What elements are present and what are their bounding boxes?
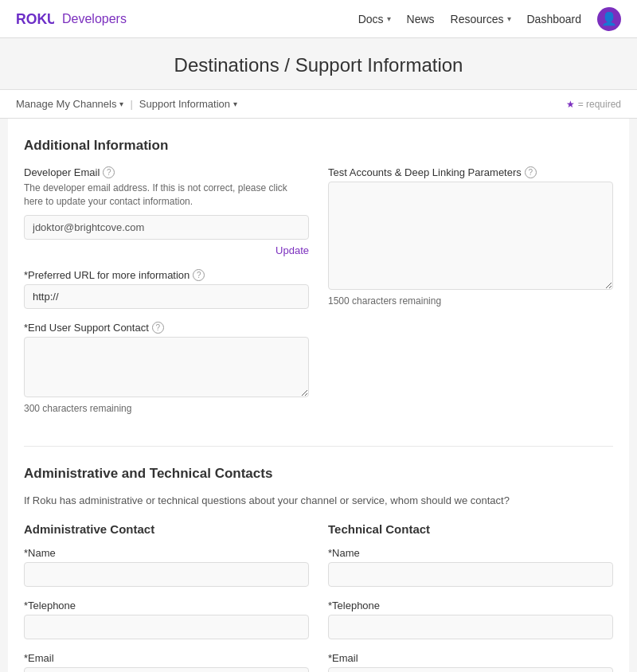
developer-email-label: Developer Email ? <box>24 166 309 178</box>
tech-email-group: *Email <box>328 652 613 672</box>
developer-email-help-icon[interactable]: ? <box>103 166 115 178</box>
test-accounts-help-icon[interactable]: ? <box>525 166 537 178</box>
contacts-section: Administrative and Technical Contacts If… <box>24 466 613 672</box>
contacts-section-title: Administrative and Technical Contacts <box>24 466 613 482</box>
tech-email-label: *Email <box>328 652 613 664</box>
admin-name-group: *Name <box>24 547 309 587</box>
chevron-down-icon: ▾ <box>387 14 391 23</box>
end-user-support-group: *End User Support Contact ? 300 characte… <box>24 322 309 414</box>
nav-links: Docs ▾ News Resources ▾ Dashboard 👤 <box>358 7 621 31</box>
preferred-url-input[interactable] <box>24 284 309 309</box>
chevron-down-icon: ▾ <box>507 14 511 23</box>
admin-telephone-label: *Telephone <box>24 600 309 611</box>
page-header: Destinations / Support Information <box>0 38 637 90</box>
update-link[interactable]: Update <box>24 244 309 256</box>
tech-name-group: *Name <box>328 547 613 587</box>
preferred-url-help-icon[interactable]: ? <box>193 269 205 281</box>
test-accounts-group: Test Accounts & Deep Linking Parameters … <box>328 166 613 307</box>
nav-dashboard[interactable]: Dashboard <box>527 13 582 25</box>
breadcrumb-support-info[interactable]: Support Information ▾ <box>139 98 237 110</box>
breadcrumb-bar: Manage My Channels ▾ | Support Informati… <box>0 90 637 119</box>
user-avatar-icon[interactable]: 👤 <box>597 7 621 31</box>
chevron-down-icon: ▾ <box>119 100 123 108</box>
additional-info-title: Additional Information <box>24 138 613 154</box>
nav-resources[interactable]: Resources ▾ <box>451 13 511 25</box>
contacts-description: If Roku has administrative or technical … <box>24 494 613 506</box>
tech-telephone-input[interactable] <box>328 615 613 639</box>
admin-contact-col: Administrative Contact *Name *Telephone … <box>24 522 309 672</box>
end-user-support-char-count: 300 characters remaining <box>24 403 309 414</box>
contacts-grid: Administrative Contact *Name *Telephone … <box>24 522 613 672</box>
tech-email-input[interactable] <box>328 667 613 672</box>
technical-contact-col: Technical Contact *Name *Telephone *Emai… <box>328 522 613 672</box>
right-col: Test Accounts & Deep Linking Parameters … <box>328 166 613 427</box>
additional-info-grid: Developer Email ? The developer email ad… <box>24 166 613 427</box>
tech-telephone-group: *Telephone <box>328 600 613 639</box>
tech-name-label: *Name <box>328 547 613 559</box>
main-content: Additional Information Developer Email ?… <box>8 119 629 672</box>
tech-name-input[interactable] <box>328 562 613 587</box>
roku-logo: ROKU <box>16 11 54 27</box>
admin-telephone-group: *Telephone <box>24 600 309 639</box>
breadcrumb: Manage My Channels ▾ | Support Informati… <box>16 98 237 110</box>
left-col: Developer Email ? The developer email ad… <box>24 166 309 427</box>
admin-email-group: *Email <box>24 652 309 672</box>
tech-telephone-label: *Telephone <box>328 600 613 611</box>
admin-contact-title: Administrative Contact <box>24 522 309 536</box>
test-accounts-char-count: 1500 characters remaining <box>328 295 613 307</box>
additional-info-section: Additional Information Developer Email ?… <box>24 138 613 427</box>
developer-email-group: Developer Email ? The developer email ad… <box>24 166 309 256</box>
section-divider <box>24 446 613 447</box>
developer-email-description: The developer email address. If this is … <box>24 182 309 209</box>
end-user-support-label: *End User Support Contact ? <box>24 322 309 334</box>
admin-telephone-input[interactable] <box>24 615 309 639</box>
brand-label: Developers <box>62 12 127 26</box>
admin-email-label: *Email <box>24 652 309 664</box>
brand: ROKU Developers <box>16 11 127 27</box>
admin-name-label: *Name <box>24 547 309 559</box>
breadcrumb-separator: | <box>130 98 132 110</box>
nav-news[interactable]: News <box>407 13 435 25</box>
breadcrumb-manage-channels[interactable]: Manage My Channels ▾ <box>16 98 123 110</box>
test-accounts-textarea[interactable] <box>328 182 613 290</box>
asterisk-icon: ★ <box>566 99 575 110</box>
nav-docs[interactable]: Docs ▾ <box>358 13 391 25</box>
navbar: ROKU Developers Docs ▾ News Resources ▾ … <box>0 0 637 38</box>
technical-contact-title: Technical Contact <box>328 522 613 536</box>
test-accounts-label: Test Accounts & Deep Linking Parameters … <box>328 166 613 178</box>
chevron-down-icon: ▾ <box>233 100 237 108</box>
preferred-url-group: *Preferred URL for more information ? <box>24 269 309 309</box>
developer-email-input[interactable] <box>24 215 309 240</box>
end-user-support-help-icon[interactable]: ? <box>152 322 164 334</box>
end-user-support-textarea[interactable] <box>24 337 309 397</box>
required-legend: ★ = required <box>566 99 621 110</box>
preferred-url-label: *Preferred URL for more information ? <box>24 269 309 281</box>
svg-text:ROKU: ROKU <box>16 11 54 27</box>
page-title: Destinations / Support Information <box>0 54 637 76</box>
admin-email-input[interactable] <box>24 667 309 672</box>
admin-name-input[interactable] <box>24 562 309 587</box>
